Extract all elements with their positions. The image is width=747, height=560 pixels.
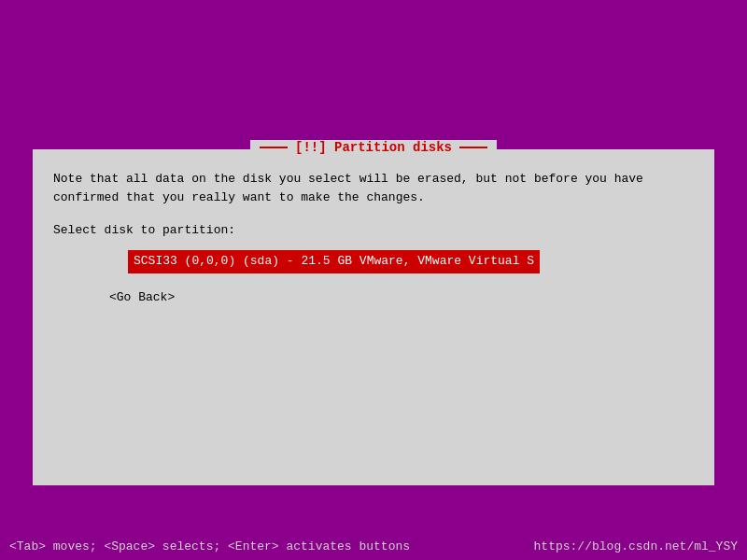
- select-label: Select disk to partition:: [53, 221, 694, 241]
- note-line2: confirmed that you really want to make t…: [53, 189, 694, 207]
- status-right: https://blog.csdn.net/ml_YSY: [534, 539, 738, 553]
- title-line-right: [459, 147, 487, 148]
- go-back-button[interactable]: <Go Back>: [109, 290, 175, 304]
- note-line1: Note that all data on the disk you selec…: [53, 170, 694, 189]
- dialog-title: [!!] Partition disks: [295, 140, 452, 155]
- disk-item[interactable]: SCSI33 (0,0,0) (sda) - 21.5 GB VMware, V…: [128, 250, 540, 273]
- dialog-title-bar: [!!] Partition disks: [250, 140, 497, 155]
- note-text: Note that all data on the disk you selec…: [53, 170, 694, 206]
- go-back-area: <Go Back>: [109, 288, 694, 308]
- status-bar: <Tab> moves; <Space> selects; <Enter> ac…: [0, 532, 747, 560]
- status-left: <Tab> moves; <Space> selects; <Enter> ac…: [9, 539, 410, 553]
- dialog-box: [!!] Partition disks Note that all data …: [33, 149, 714, 485]
- dialog-content: Note that all data on the disk you selec…: [53, 170, 694, 307]
- disk-list: SCSI33 (0,0,0) (sda) - 21.5 GB VMware, V…: [128, 250, 694, 273]
- dialog-wrapper: [!!] Partition disks Note that all data …: [33, 149, 714, 485]
- title-line-left: [260, 147, 288, 148]
